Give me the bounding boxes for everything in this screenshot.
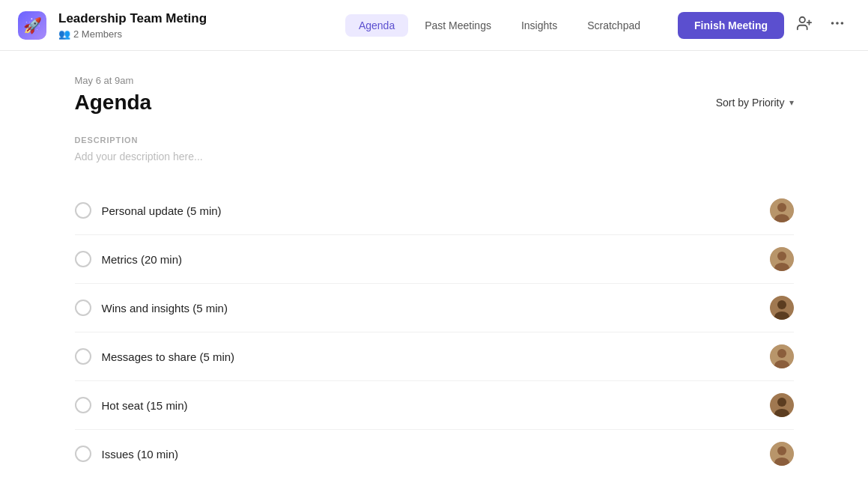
meeting-info: Leadership Team Meting 👥 2 Members [58, 10, 333, 39]
item-checkbox-1[interactable] [75, 202, 91, 219]
svg-point-4 [836, 22, 839, 25]
item-checkbox-5[interactable] [75, 397, 91, 413]
item-label-3: Wins and insights (5 min) [102, 302, 759, 315]
svg-point-22 [777, 446, 786, 455]
item-checkbox-2[interactable] [75, 251, 91, 267]
description-section: DESCRIPTION Add your description here... [75, 136, 794, 162]
svg-point-0 [800, 17, 805, 22]
app-icon: 🚀 [18, 11, 46, 40]
agenda-date: May 6 at 9am [75, 75, 794, 86]
item-avatar-5 [770, 393, 794, 417]
finish-meeting-button[interactable]: Finish Meeting [678, 12, 784, 39]
item-label-5: Hot seat (15 min) [102, 399, 759, 412]
tab-agenda[interactable]: Agenda [345, 14, 408, 37]
add-member-icon [796, 15, 813, 31]
svg-point-10 [777, 252, 786, 261]
item-label-2: Metrics (20 min) [102, 253, 759, 266]
header: 🚀 Leadership Team Meting 👥 2 Members Age… [0, 0, 868, 51]
add-member-button[interactable] [792, 10, 817, 40]
meeting-title: Leadership Team Meting [58, 10, 333, 27]
meeting-members: 👥 2 Members [58, 28, 333, 40]
description-label: DESCRIPTION [75, 136, 794, 145]
header-actions: Finish Meeting [678, 10, 850, 40]
agenda-item: Messages to share (5 min) [75, 332, 794, 381]
agenda-item: Issues (10 min) [75, 430, 794, 478]
svg-point-16 [777, 349, 786, 358]
tab-past-meetings[interactable]: Past Meetings [411, 14, 505, 37]
item-avatar-6 [770, 442, 794, 466]
agenda-item: Personal update (5 min) [75, 186, 794, 235]
agenda-item: Metrics (20 min) [75, 235, 794, 284]
agenda-item: Hot seat (15 min) [75, 381, 794, 430]
agenda-items-list: Personal update (5 min) Metrics (20 min) [75, 186, 794, 478]
more-options-icon [829, 15, 846, 31]
agenda-title-row: Agenda Sort by Priority ▾ [75, 91, 794, 115]
item-checkbox-3[interactable] [75, 300, 91, 316]
description-input[interactable]: Add your description here... [75, 151, 794, 162]
main-content: May 6 at 9am Agenda Sort by Priority ▾ D… [45, 51, 824, 480]
nav-tabs: Agenda Past Meetings Insights Scratchpad [345, 14, 654, 37]
item-checkbox-4[interactable] [75, 348, 91, 365]
item-avatar-3 [770, 296, 794, 320]
agenda-title: Agenda [75, 91, 152, 115]
chevron-down-icon: ▾ [789, 97, 794, 108]
svg-point-5 [841, 22, 844, 25]
item-checkbox-6[interactable] [75, 446, 91, 462]
sort-by-priority-button[interactable]: Sort by Priority ▾ [716, 97, 794, 109]
agenda-item: Wins and insights (5 min) [75, 284, 794, 332]
item-avatar-1 [770, 198, 794, 222]
tab-insights[interactable]: Insights [508, 14, 571, 37]
item-label-1: Personal update (5 min) [102, 204, 759, 217]
svg-point-13 [777, 300, 786, 309]
item-avatar-4 [770, 344, 794, 368]
item-label-4: Messages to share (5 min) [102, 350, 759, 363]
more-options-button[interactable] [825, 10, 850, 40]
svg-point-7 [777, 203, 786, 212]
sort-label: Sort by Priority [716, 97, 785, 109]
members-icon: 👥 [58, 28, 70, 40]
svg-point-19 [777, 398, 786, 407]
item-label-6: Issues (10 min) [102, 448, 759, 461]
tab-scratchpad[interactable]: Scratchpad [574, 14, 654, 37]
item-avatar-2 [770, 247, 794, 271]
svg-point-3 [831, 22, 834, 25]
